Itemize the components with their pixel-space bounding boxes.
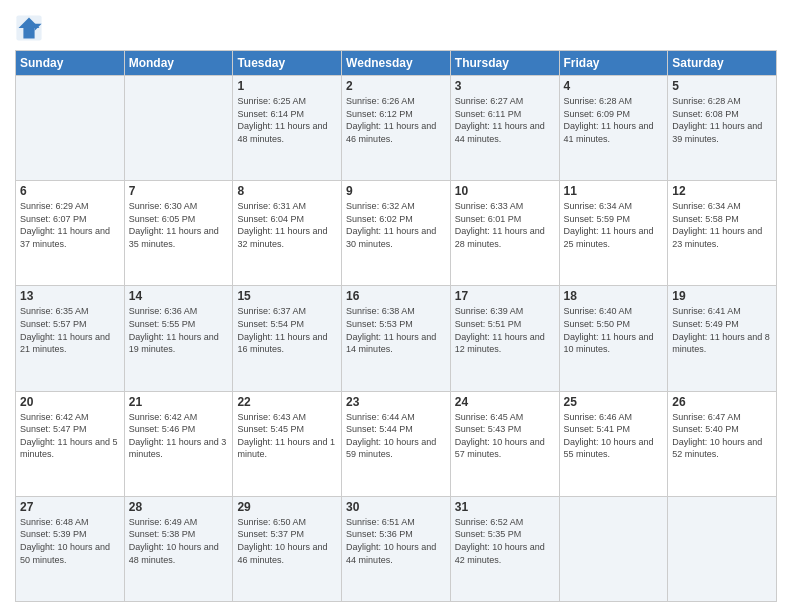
day-number: 15 [237,289,337,303]
calendar-cell: 15Sunrise: 6:37 AMSunset: 5:54 PMDayligh… [233,286,342,391]
calendar-week-row: 20Sunrise: 6:42 AMSunset: 5:47 PMDayligh… [16,391,777,496]
calendar-cell: 28Sunrise: 6:49 AMSunset: 5:38 PMDayligh… [124,496,233,601]
day-info: Sunrise: 6:44 AMSunset: 5:44 PMDaylight:… [346,411,446,461]
calendar-cell: 29Sunrise: 6:50 AMSunset: 5:37 PMDayligh… [233,496,342,601]
calendar-cell: 5Sunrise: 6:28 AMSunset: 6:08 PMDaylight… [668,76,777,181]
day-info: Sunrise: 6:32 AMSunset: 6:02 PMDaylight:… [346,200,446,250]
day-number: 17 [455,289,555,303]
day-info: Sunrise: 6:33 AMSunset: 6:01 PMDaylight:… [455,200,555,250]
day-number: 18 [564,289,664,303]
day-info: Sunrise: 6:39 AMSunset: 5:51 PMDaylight:… [455,305,555,355]
day-number: 20 [20,395,120,409]
day-number: 10 [455,184,555,198]
calendar-cell: 18Sunrise: 6:40 AMSunset: 5:50 PMDayligh… [559,286,668,391]
day-number: 14 [129,289,229,303]
day-number: 12 [672,184,772,198]
calendar-cell [124,76,233,181]
calendar-cell: 13Sunrise: 6:35 AMSunset: 5:57 PMDayligh… [16,286,125,391]
calendar-cell: 11Sunrise: 6:34 AMSunset: 5:59 PMDayligh… [559,181,668,286]
calendar-header-row: Sunday Monday Tuesday Wednesday Thursday… [16,51,777,76]
calendar-cell: 17Sunrise: 6:39 AMSunset: 5:51 PMDayligh… [450,286,559,391]
day-info: Sunrise: 6:45 AMSunset: 5:43 PMDaylight:… [455,411,555,461]
day-number: 8 [237,184,337,198]
day-info: Sunrise: 6:31 AMSunset: 6:04 PMDaylight:… [237,200,337,250]
day-number: 1 [237,79,337,93]
day-number: 24 [455,395,555,409]
calendar-cell: 23Sunrise: 6:44 AMSunset: 5:44 PMDayligh… [342,391,451,496]
day-number: 3 [455,79,555,93]
calendar-week-row: 13Sunrise: 6:35 AMSunset: 5:57 PMDayligh… [16,286,777,391]
day-info: Sunrise: 6:49 AMSunset: 5:38 PMDaylight:… [129,516,229,566]
day-info: Sunrise: 6:27 AMSunset: 6:11 PMDaylight:… [455,95,555,145]
calendar-cell: 22Sunrise: 6:43 AMSunset: 5:45 PMDayligh… [233,391,342,496]
day-info: Sunrise: 6:30 AMSunset: 6:05 PMDaylight:… [129,200,229,250]
day-info: Sunrise: 6:42 AMSunset: 5:47 PMDaylight:… [20,411,120,461]
calendar-cell: 14Sunrise: 6:36 AMSunset: 5:55 PMDayligh… [124,286,233,391]
calendar-cell [668,496,777,601]
day-number: 9 [346,184,446,198]
header-monday: Monday [124,51,233,76]
day-info: Sunrise: 6:51 AMSunset: 5:36 PMDaylight:… [346,516,446,566]
calendar-cell: 9Sunrise: 6:32 AMSunset: 6:02 PMDaylight… [342,181,451,286]
calendar-cell: 3Sunrise: 6:27 AMSunset: 6:11 PMDaylight… [450,76,559,181]
day-number: 26 [672,395,772,409]
logo-icon [15,14,43,42]
day-info: Sunrise: 6:29 AMSunset: 6:07 PMDaylight:… [20,200,120,250]
calendar-cell: 21Sunrise: 6:42 AMSunset: 5:46 PMDayligh… [124,391,233,496]
calendar-cell: 30Sunrise: 6:51 AMSunset: 5:36 PMDayligh… [342,496,451,601]
day-info: Sunrise: 6:41 AMSunset: 5:49 PMDaylight:… [672,305,772,355]
day-info: Sunrise: 6:52 AMSunset: 5:35 PMDaylight:… [455,516,555,566]
day-info: Sunrise: 6:43 AMSunset: 5:45 PMDaylight:… [237,411,337,461]
day-number: 7 [129,184,229,198]
calendar-cell: 19Sunrise: 6:41 AMSunset: 5:49 PMDayligh… [668,286,777,391]
calendar-cell: 26Sunrise: 6:47 AMSunset: 5:40 PMDayligh… [668,391,777,496]
day-number: 13 [20,289,120,303]
calendar-cell: 24Sunrise: 6:45 AMSunset: 5:43 PMDayligh… [450,391,559,496]
day-info: Sunrise: 6:28 AMSunset: 6:09 PMDaylight:… [564,95,664,145]
day-info: Sunrise: 6:40 AMSunset: 5:50 PMDaylight:… [564,305,664,355]
logo [15,14,47,42]
calendar-week-row: 1Sunrise: 6:25 AMSunset: 6:14 PMDaylight… [16,76,777,181]
day-number: 5 [672,79,772,93]
day-number: 2 [346,79,446,93]
header-friday: Friday [559,51,668,76]
day-info: Sunrise: 6:47 AMSunset: 5:40 PMDaylight:… [672,411,772,461]
day-number: 16 [346,289,446,303]
calendar: Sunday Monday Tuesday Wednesday Thursday… [15,50,777,602]
day-number: 21 [129,395,229,409]
day-info: Sunrise: 6:35 AMSunset: 5:57 PMDaylight:… [20,305,120,355]
day-number: 29 [237,500,337,514]
calendar-week-row: 6Sunrise: 6:29 AMSunset: 6:07 PMDaylight… [16,181,777,286]
calendar-cell: 20Sunrise: 6:42 AMSunset: 5:47 PMDayligh… [16,391,125,496]
day-info: Sunrise: 6:37 AMSunset: 5:54 PMDaylight:… [237,305,337,355]
day-number: 6 [20,184,120,198]
calendar-cell: 4Sunrise: 6:28 AMSunset: 6:09 PMDaylight… [559,76,668,181]
header-tuesday: Tuesday [233,51,342,76]
day-number: 28 [129,500,229,514]
day-number: 23 [346,395,446,409]
day-info: Sunrise: 6:34 AMSunset: 5:59 PMDaylight:… [564,200,664,250]
calendar-cell: 31Sunrise: 6:52 AMSunset: 5:35 PMDayligh… [450,496,559,601]
header-thursday: Thursday [450,51,559,76]
day-info: Sunrise: 6:36 AMSunset: 5:55 PMDaylight:… [129,305,229,355]
day-info: Sunrise: 6:34 AMSunset: 5:58 PMDaylight:… [672,200,772,250]
day-number: 30 [346,500,446,514]
page: Sunday Monday Tuesday Wednesday Thursday… [0,0,792,612]
day-number: 11 [564,184,664,198]
day-info: Sunrise: 6:46 AMSunset: 5:41 PMDaylight:… [564,411,664,461]
day-info: Sunrise: 6:48 AMSunset: 5:39 PMDaylight:… [20,516,120,566]
day-info: Sunrise: 6:50 AMSunset: 5:37 PMDaylight:… [237,516,337,566]
day-info: Sunrise: 6:38 AMSunset: 5:53 PMDaylight:… [346,305,446,355]
day-info: Sunrise: 6:28 AMSunset: 6:08 PMDaylight:… [672,95,772,145]
header [15,10,777,42]
header-wednesday: Wednesday [342,51,451,76]
calendar-cell: 6Sunrise: 6:29 AMSunset: 6:07 PMDaylight… [16,181,125,286]
calendar-cell: 8Sunrise: 6:31 AMSunset: 6:04 PMDaylight… [233,181,342,286]
calendar-cell: 1Sunrise: 6:25 AMSunset: 6:14 PMDaylight… [233,76,342,181]
calendar-cell: 25Sunrise: 6:46 AMSunset: 5:41 PMDayligh… [559,391,668,496]
day-number: 27 [20,500,120,514]
calendar-cell: 27Sunrise: 6:48 AMSunset: 5:39 PMDayligh… [16,496,125,601]
day-number: 31 [455,500,555,514]
day-info: Sunrise: 6:26 AMSunset: 6:12 PMDaylight:… [346,95,446,145]
calendar-cell: 12Sunrise: 6:34 AMSunset: 5:58 PMDayligh… [668,181,777,286]
